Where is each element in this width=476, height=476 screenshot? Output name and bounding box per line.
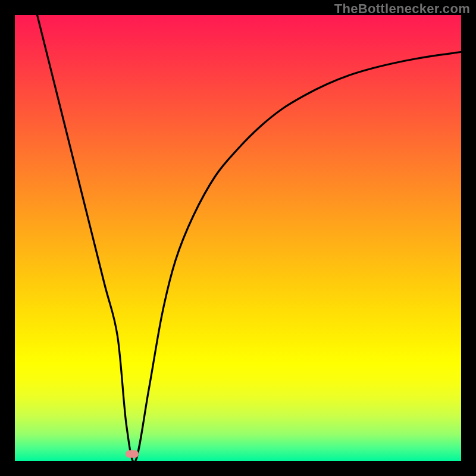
optimal-point-marker [126, 450, 139, 458]
chart-frame: TheBottlenecker.com [0, 0, 476, 476]
attribution-text: TheBottlenecker.com [334, 1, 470, 17]
bottleneck-curve [15, 15, 461, 461]
plot-area [15, 15, 461, 461]
